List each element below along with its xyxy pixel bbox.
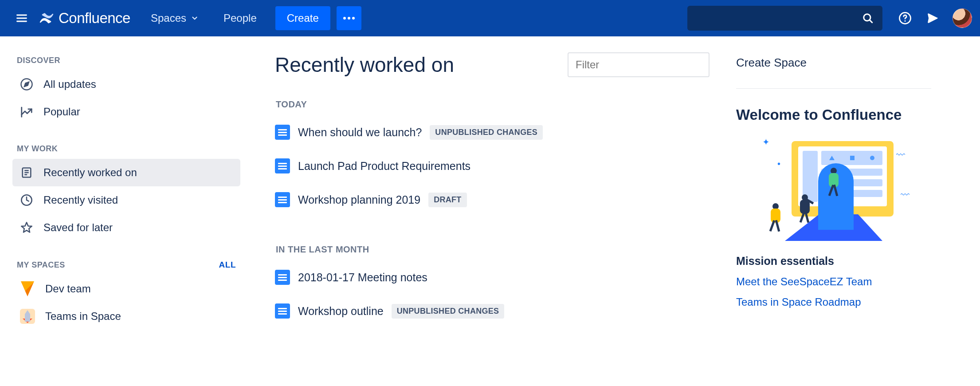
user-avatar[interactable] (953, 8, 972, 28)
sidebar-item-label: All updates (43, 78, 96, 91)
sidebar-item-label: Recently worked on (43, 166, 137, 179)
sidebar-item-popular[interactable]: Popular (12, 98, 240, 126)
help-button[interactable] (893, 6, 917, 30)
document-row: 2018-01-17 Meeting notes (275, 264, 710, 290)
ellipsis-icon (343, 16, 355, 20)
document-title-link[interactable]: When should we launch? (298, 126, 422, 139)
sidebar-myspaces-heading: MY SPACES ALL (17, 260, 236, 270)
nav-spaces[interactable]: Spaces (140, 6, 209, 30)
product-logo[interactable]: Confluence (37, 10, 137, 27)
sidebar-item-label: Teams in Space (45, 310, 121, 323)
space-avatar-rocket-icon (20, 308, 35, 324)
document-row: When should we launch?UNPUBLISHED CHANGE… (275, 119, 710, 145)
sidebar-item-label: Recently visited (43, 194, 118, 206)
compass-icon (20, 77, 34, 91)
svg-point-5 (352, 17, 355, 20)
create-space-link[interactable]: Create Space (736, 56, 931, 88)
filter-input[interactable] (568, 52, 710, 77)
unpublished-badge: UNPUBLISHED CHANGES (392, 304, 505, 319)
sidebar: DISCOVER All updates Popular MY WORK Rec… (0, 36, 248, 386)
svg-point-9 (905, 20, 906, 22)
help-icon (898, 12, 912, 25)
section-label-today: TODAY (276, 99, 710, 110)
sidebar-item-saved-for-later[interactable]: Saved for later (12, 214, 240, 241)
svg-point-4 (348, 17, 350, 20)
welcome-illustration: ✦ 〰 〰 • (760, 137, 907, 243)
welcome-title: Welcome to Confluence (736, 106, 931, 123)
sidebar-item-recently-visited[interactable]: Recently visited (12, 186, 240, 214)
product-name: Confluence (59, 10, 130, 27)
divider (736, 88, 931, 89)
page-icon (275, 192, 290, 207)
unpublished-badge: UNPUBLISHED CHANGES (430, 125, 543, 140)
document-title-link[interactable]: Launch Pad Product Requirements (298, 160, 470, 173)
search-input[interactable] (687, 6, 882, 31)
sidebar-item-label: Saved for later (43, 221, 113, 234)
page-icon (275, 125, 290, 140)
essentials-title: Mission essentials (736, 255, 931, 268)
essential-link[interactable]: Meet the SeeSpaceEZ Team (736, 276, 931, 288)
document-title-link[interactable]: Workshop planning 2019 (298, 193, 420, 206)
sidebar-discover-heading: DISCOVER (17, 56, 236, 65)
document-title-link[interactable]: Workshop outline (298, 305, 384, 318)
star-icon (20, 221, 34, 235)
document-title-link[interactable]: 2018-01-17 Meeting notes (298, 271, 427, 284)
document-row: Launch Pad Product Requirements (275, 153, 710, 179)
notifications-button[interactable] (921, 6, 945, 30)
app-switcher-button[interactable] (10, 6, 34, 30)
svg-line-7 (870, 20, 872, 22)
svg-marker-18 (21, 222, 31, 232)
create-button-label: Create (287, 12, 319, 24)
sidebar-myspaces-label: MY SPACES (17, 260, 65, 270)
main-content: Recently worked on TODAY When should we … (275, 52, 710, 386)
document-row: Workshop planning 2019DRAFT (275, 187, 710, 213)
chevron-down-icon (191, 14, 199, 22)
essential-link[interactable]: Teams in Space Roadmap (736, 296, 931, 308)
document-row: Workshop outlineUNPUBLISHED CHANGES (275, 298, 710, 324)
sidebar-myspaces-all-link[interactable]: ALL (219, 260, 236, 270)
page-icon (275, 270, 290, 285)
sidebar-item-recently-worked-on[interactable]: Recently worked on (12, 159, 240, 186)
sidebar-space-dev-team[interactable]: Dev team (12, 275, 240, 303)
search-icon (862, 12, 874, 24)
svg-marker-11 (24, 82, 29, 87)
page-title: Recently worked on (275, 53, 454, 77)
nav-spaces-label: Spaces (151, 12, 186, 24)
nav-people[interactable]: People (213, 6, 267, 30)
sidebar-item-label: Dev team (45, 283, 91, 295)
sidebar-space-teams-in-space[interactable]: Teams in Space (12, 303, 240, 330)
sidebar-item-all-updates[interactable]: All updates (12, 71, 240, 98)
sidebar-mywork-heading: MY WORK (17, 144, 236, 154)
page-icon (275, 303, 290, 319)
page-icon (275, 158, 290, 173)
draft-badge: DRAFT (428, 193, 467, 207)
header-right-icons (893, 6, 972, 30)
document-icon (20, 165, 34, 180)
nav-people-label: People (223, 12, 257, 24)
create-more-button[interactable] (337, 6, 361, 30)
sidebar-item-label: Popular (43, 106, 80, 118)
notification-icon (926, 12, 939, 25)
create-button[interactable]: Create (275, 6, 330, 30)
svg-point-3 (343, 17, 346, 20)
right-panel: Create Space Welcome to Confluence ✦ 〰 〰… (736, 52, 931, 386)
section-label-last-month: IN THE LAST MONTH (276, 244, 710, 255)
menu-icon (16, 12, 28, 24)
space-avatar-pizza-icon (20, 281, 35, 297)
global-header: Confluence Spaces People Create (0, 0, 980, 36)
chart-line-icon (20, 105, 34, 119)
confluence-icon (39, 11, 54, 26)
clock-icon (20, 193, 34, 207)
